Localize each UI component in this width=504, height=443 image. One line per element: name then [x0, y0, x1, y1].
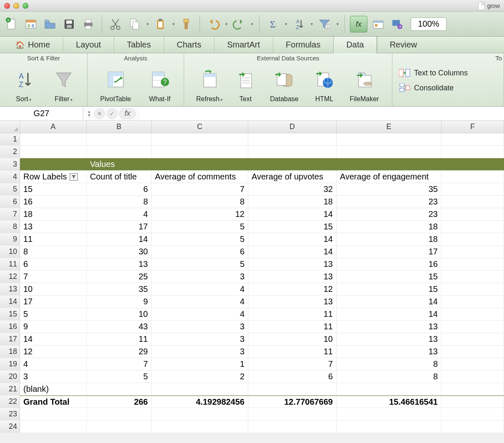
media-browser-button[interactable]	[389, 16, 406, 32]
accept-formula-button[interactable]: ✓	[107, 108, 117, 119]
cell[interactable]	[442, 421, 504, 433]
cell[interactable]: 15.46616541	[337, 396, 442, 408]
row-header[interactable]: 14	[0, 296, 20, 308]
cell[interactable]	[20, 133, 87, 145]
row-header[interactable]: 22	[0, 396, 20, 408]
cell[interactable]: 32	[248, 183, 337, 195]
sort-dropdown[interactable]: ▾	[309, 22, 314, 26]
cell[interactable]	[442, 283, 504, 295]
row-header[interactable]: 16	[0, 321, 20, 333]
cell[interactable]: 11	[248, 346, 337, 358]
cell[interactable]: 15	[20, 183, 87, 195]
cell[interactable]: 12	[20, 346, 87, 358]
select-all-corner[interactable]	[0, 121, 20, 133]
cell[interactable]	[442, 383, 504, 395]
cell[interactable]: 13	[337, 321, 442, 333]
minimize-button[interactable]	[13, 3, 19, 9]
cell[interactable]	[337, 158, 442, 170]
cell[interactable]: 15	[337, 271, 442, 283]
cell[interactable]	[152, 408, 248, 420]
row-header[interactable]: 9	[0, 233, 20, 245]
templates-button[interactable]	[22, 16, 39, 32]
cell[interactable]: 16	[337, 258, 442, 270]
col-header[interactable]: E	[337, 121, 442, 133]
cell[interactable]: 17	[20, 296, 87, 308]
format-painter-button[interactable]	[178, 16, 195, 32]
cell[interactable]: 11	[87, 333, 152, 345]
cell[interactable]: 14	[87, 233, 152, 245]
refresh-button[interactable]: Refresh▾	[191, 64, 228, 105]
cell[interactable]	[442, 246, 504, 258]
cell[interactable]: 12	[152, 208, 248, 220]
whatif-button[interactable]: ? What-If	[142, 64, 178, 105]
row-header[interactable]: 21	[0, 383, 20, 395]
cell[interactable]	[442, 158, 504, 170]
row-header[interactable]: 8	[0, 221, 20, 233]
row-header[interactable]: 10	[0, 246, 20, 258]
cell[interactable]	[337, 133, 442, 145]
zoom-button[interactable]	[22, 3, 28, 9]
col-header[interactable]: C	[152, 121, 248, 133]
row-header[interactable]: 12	[0, 271, 20, 283]
cell[interactable]: 18	[20, 208, 87, 220]
cell[interactable]: 2	[152, 371, 248, 383]
cell[interactable]: 3	[152, 271, 248, 283]
cell[interactable]: 6	[20, 258, 87, 270]
row-header[interactable]: 11	[0, 258, 20, 270]
row-header[interactable]: 4	[0, 171, 20, 183]
cell[interactable]: 6	[248, 371, 337, 383]
cell[interactable]	[337, 146, 442, 158]
tab-data[interactable]: Data	[333, 36, 377, 53]
cell[interactable]: 17	[87, 221, 152, 233]
sort-toolbar-button[interactable]: AZ	[290, 16, 307, 32]
cell[interactable]: 1	[152, 358, 248, 370]
cell[interactable]: 13	[248, 258, 337, 270]
cell[interactable]	[248, 146, 337, 158]
cell[interactable]: 13	[337, 333, 442, 345]
cell[interactable]: 18	[337, 221, 442, 233]
cell[interactable]: 18	[248, 196, 337, 208]
tab-home[interactable]: 🏠Home	[2, 36, 63, 53]
cell[interactable]	[152, 421, 248, 433]
row-header[interactable]: 3	[0, 158, 20, 170]
cell[interactable]: 5	[152, 221, 248, 233]
insert-function-button[interactable]: fx	[119, 108, 136, 119]
cell[interactable]: 30	[87, 246, 152, 258]
cell[interactable]: 14	[248, 233, 337, 245]
cell[interactable]	[20, 421, 87, 433]
cell[interactable]	[442, 258, 504, 270]
cell[interactable]	[87, 383, 152, 395]
pivot-filter-button[interactable]	[70, 173, 78, 181]
cell[interactable]: Row Labels	[20, 171, 87, 183]
cell[interactable]: 9	[87, 296, 152, 308]
row-header[interactable]: 6	[0, 196, 20, 208]
cell[interactable]	[152, 146, 248, 158]
cell[interactable]: 35	[337, 183, 442, 195]
undo-dropdown[interactable]: ▾	[224, 22, 228, 26]
cell[interactable]: 13	[248, 296, 337, 308]
row-header[interactable]: 5	[0, 183, 20, 195]
cell[interactable]: Average of engagement	[337, 171, 442, 183]
cell[interactable]: 10	[87, 308, 152, 320]
cell[interactable]	[442, 308, 504, 320]
cell[interactable]: 9	[20, 321, 87, 333]
formula-input[interactable]	[138, 107, 504, 120]
cell[interactable]: 4	[87, 208, 152, 220]
cell[interactable]: 16	[20, 196, 87, 208]
col-header[interactable]: F	[442, 121, 504, 133]
col-header[interactable]: B	[87, 121, 152, 133]
cut-button[interactable]	[107, 16, 124, 32]
row-header[interactable]: 18	[0, 346, 20, 358]
cell[interactable]: 8	[20, 246, 87, 258]
pivottable-button[interactable]: PivotTable	[93, 64, 138, 105]
row-header[interactable]: 1	[0, 133, 20, 145]
cell[interactable]: 8	[337, 358, 442, 370]
cell[interactable]: 23	[337, 196, 442, 208]
cell[interactable]	[442, 171, 504, 183]
cell[interactable]	[248, 158, 337, 170]
cell[interactable]: 7	[20, 271, 87, 283]
cell[interactable]: 5	[152, 233, 248, 245]
cell[interactable]	[87, 146, 152, 158]
cell[interactable]	[20, 158, 87, 170]
tab-smartart[interactable]: SmartArt	[214, 36, 273, 53]
